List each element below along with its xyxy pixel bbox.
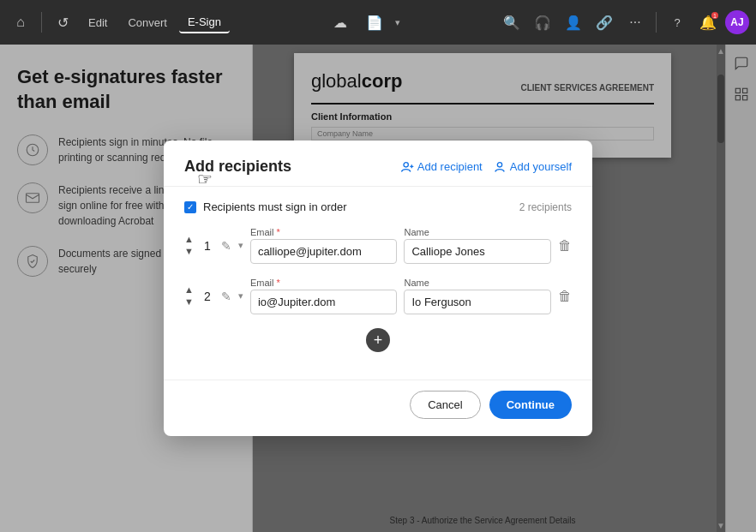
help-icon: ? (674, 16, 680, 29)
back-icon: ↺ (57, 15, 69, 31)
add-recipients-modal: Add recipients Add recipient (164, 140, 592, 436)
cloud-icon: ☁ (333, 15, 347, 31)
dropdown-arrow: ▾ (395, 17, 400, 28)
recipient-2-chevron[interactable]: ▾ (238, 290, 243, 302)
recipient-2-down[interactable]: ▼ (184, 296, 194, 308)
recipients-count-row: ✓ Recipients must sign in order 2 recipi… (184, 200, 572, 213)
add-yourself-label: Add yourself (510, 160, 572, 173)
add-more-button[interactable]: + (366, 328, 390, 352)
recipient-1-up[interactable]: ▲ (184, 234, 194, 245)
modal-overlay[interactable]: Add recipients Add recipient (0, 45, 756, 532)
notification-badge: 1 (711, 12, 718, 19)
toolbar-center: ☁ 📄 ▾ (233, 9, 495, 36)
add-recipient-label: Add recipient (417, 160, 483, 173)
modal-body: ✓ Recipients must sign in order 2 recipi… (164, 187, 592, 380)
cancel-button[interactable]: Cancel (410, 391, 480, 419)
headphone-button[interactable]: 🎧 (529, 9, 556, 36)
modal-header-actions: Add recipient Add yourself (400, 160, 572, 174)
recipient-2-name-input[interactable] (404, 290, 551, 314)
must-sign-order-label[interactable]: ✓ Recipients must sign in order (184, 200, 347, 213)
recipient-1-chevron[interactable]: ▾ (238, 240, 243, 251)
recipient-1-name-input[interactable] (404, 239, 551, 264)
home-icon: ⌂ (16, 15, 25, 30)
recipient-2-arrows: ▲ ▼ (184, 284, 194, 308)
modal-title: Add recipients (184, 158, 291, 176)
main-layout: ‹ Request e-signatures ✕ ADD FORM FIELDS… (0, 45, 756, 532)
recipient-2-email-group: Email * (250, 278, 398, 314)
home-button[interactable]: ⌂ (7, 9, 34, 36)
link-icon: 🔗 (596, 15, 613, 31)
more-button[interactable]: ··· (621, 9, 649, 36)
continue-button[interactable]: Continue (489, 391, 572, 419)
recipient-1-delete[interactable]: 🗑 (558, 238, 572, 254)
add-yourself-button[interactable]: Add yourself (493, 160, 572, 174)
recipient-2-edit-icon[interactable]: ✎ (221, 290, 231, 303)
profile-button[interactable]: 👤 (560, 9, 587, 36)
recipient-1-entry: ▲ ▼ 1 ✎ ▾ Email * Name (184, 227, 572, 264)
recipient-1-down[interactable]: ▼ (184, 246, 194, 257)
avatar: AJ (725, 10, 749, 34)
toolbar-right: 🔍 🎧 👤 🔗 ··· ? 🔔 1 AJ (498, 9, 749, 36)
add-more-section: + (184, 328, 572, 359)
modal-footer: Cancel Continue (164, 380, 592, 436)
recipient-1-arrows: ▲ ▼ (184, 234, 194, 257)
svg-point-9 (497, 162, 501, 166)
toolbar-divider-1 (41, 12, 42, 33)
esign-menu[interactable]: E-Sign (179, 12, 230, 33)
bell-button[interactable]: 🔔 1 (694, 9, 722, 36)
cloud-button[interactable]: ☁ (327, 9, 354, 36)
modal-header: Add recipients Add recipient (164, 140, 592, 187)
search-button[interactable]: 🔍 (498, 9, 525, 36)
profile-icon: 👤 (565, 15, 582, 31)
help-button[interactable]: ? (663, 9, 691, 36)
recipient-2-entry: ▲ ▼ 2 ✎ ▾ Email * Name (184, 278, 572, 314)
document-button[interactable]: 📄 (361, 9, 388, 36)
document-icon: 📄 (366, 15, 383, 31)
headphone-icon: 🎧 (534, 15, 551, 31)
recipient-1-name-group: Name (404, 227, 551, 264)
recipient-1-edit-icon[interactable]: ✎ (221, 239, 231, 253)
recipient-2-up[interactable]: ▲ (184, 284, 194, 296)
recipient-1-email-group: Email * (250, 227, 398, 264)
recipient-2-delete[interactable]: 🗑 (558, 289, 572, 304)
recipients-count: 2 recipients (519, 201, 572, 213)
recipient-1-number: 1 (201, 239, 214, 253)
add-recipient-button[interactable]: Add recipient (400, 160, 483, 174)
back-button[interactable]: ↺ (49, 9, 76, 36)
convert-menu[interactable]: Convert (119, 13, 176, 33)
recipient-2-number: 2 (201, 290, 214, 303)
svg-point-6 (404, 162, 408, 166)
link-button[interactable]: 🔗 (591, 9, 618, 36)
edit-menu[interactable]: Edit (80, 13, 116, 33)
recipient-2-name-group: Name (404, 278, 551, 314)
toolbar-divider-2 (656, 12, 657, 33)
search-icon: 🔍 (503, 15, 520, 31)
recipient-2-email-input[interactable] (250, 290, 398, 314)
recipient-1-email-input[interactable] (250, 239, 398, 264)
toolbar: ⌂ ↺ Edit Convert E-Sign ☁ 📄 ▾ 🔍 🎧 👤 🔗 (0, 0, 756, 45)
must-sign-checkbox[interactable]: ✓ (184, 201, 196, 213)
more-icon: ··· (629, 15, 640, 30)
